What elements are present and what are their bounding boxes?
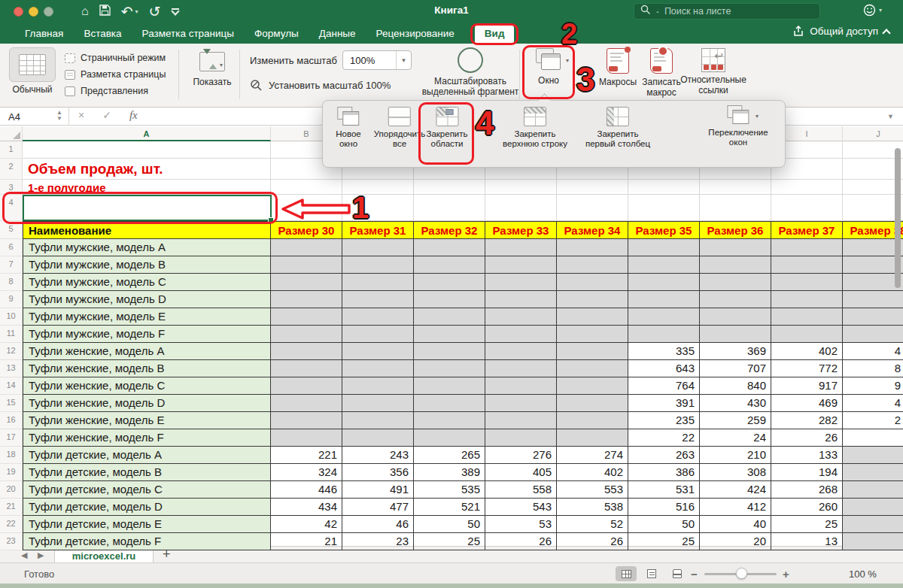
cell-value[interactable] (485, 429, 557, 447)
zoom-combobox[interactable]: 100% ▼ (342, 50, 412, 70)
cell-empty[interactable] (628, 180, 700, 195)
page-break-toggle[interactable] (667, 566, 688, 581)
cell-value[interactable] (414, 412, 485, 429)
cell-value[interactable] (271, 377, 342, 395)
row-header-21[interactable]: 21 (0, 499, 23, 516)
cell-value[interactable] (700, 256, 771, 274)
cell-value[interactable]: 9 (843, 377, 903, 395)
cell-value[interactable]: 840 (700, 377, 771, 395)
row-header-17[interactable]: 17 (0, 429, 23, 447)
confirm-entry-icon[interactable]: ✓ (102, 109, 111, 122)
cell-value[interactable] (342, 429, 414, 447)
cell-value[interactable]: 477 (342, 499, 414, 516)
insert-function-icon[interactable]: fx (129, 109, 138, 122)
cell-empty[interactable] (843, 195, 903, 221)
cell-value[interactable] (271, 274, 342, 291)
selected-cell-a4[interactable] (23, 195, 272, 221)
cell-value[interactable] (271, 429, 342, 447)
cell-value[interactable]: 26 (557, 533, 628, 550)
cell-value[interactable] (485, 291, 557, 308)
cell-value[interactable]: 24 (700, 429, 771, 447)
select-all-corner[interactable] (0, 126, 23, 141)
tab-вставка[interactable]: Вставка (84, 28, 121, 39)
cell-value[interactable] (843, 239, 903, 256)
cell-value[interactable] (628, 308, 700, 326)
cell-value[interactable] (485, 395, 557, 412)
cell-product-name[interactable]: Туфли женские, модель F (23, 429, 271, 447)
cell-product-name[interactable]: Туфли женские, модель A (23, 343, 271, 360)
cell-value[interactable] (485, 343, 557, 360)
cell-value[interactable] (342, 360, 414, 377)
cell-value[interactable] (414, 360, 485, 377)
cell-value[interactable]: 424 (700, 481, 771, 499)
cell-product-name[interactable]: Туфли детские, модель A (23, 447, 271, 464)
cell-value[interactable] (557, 395, 628, 412)
cell-empty[interactable] (771, 180, 843, 195)
cell-value[interactable] (628, 239, 700, 256)
cell-value[interactable]: 356 (342, 464, 414, 481)
cell-product-name[interactable]: Туфли мужские, модель B (23, 256, 271, 274)
cell-value[interactable]: 412 (700, 499, 771, 516)
cell-value[interactable] (414, 326, 485, 343)
cell-value[interactable]: 772 (771, 360, 843, 377)
cell-empty[interactable] (23, 141, 271, 159)
cell-value[interactable] (843, 447, 903, 464)
cell-value[interactable]: 25 (414, 533, 485, 550)
cell-empty[interactable] (485, 195, 557, 221)
cell-value[interactable]: 20 (700, 533, 771, 550)
cell-product-name[interactable]: Туфли женские, модель E (23, 412, 271, 429)
tab-разметка-страницы[interactable]: Разметка страницы (142, 28, 234, 39)
row-header-13[interactable]: 13 (0, 360, 23, 377)
cell-product-name[interactable]: Туфли мужские, модель D (23, 291, 271, 308)
search-scope-caret-icon[interactable]: ⌄ (655, 8, 660, 14)
cell-value[interactable]: 25 (628, 533, 700, 550)
cell-empty[interactable] (485, 180, 557, 195)
cell-value[interactable]: 369 (700, 343, 771, 360)
show-button[interactable]: ▾ Показать (185, 49, 239, 88)
cell-value[interactable] (700, 274, 771, 291)
row-header-1[interactable]: 1 (0, 141, 23, 159)
cell-value[interactable]: 133 (771, 447, 843, 464)
cell-product-name[interactable]: Туфли детские, модель D (23, 499, 271, 516)
cell-value[interactable] (485, 326, 557, 343)
cell-size-header[interactable]: Размер 33 (485, 221, 557, 239)
expand-formula-bar-icon[interactable]: ▼ (887, 113, 894, 120)
cell-value[interactable]: 50 (628, 516, 700, 533)
row-header-9[interactable]: 9 (0, 291, 23, 308)
cell-size-header[interactable]: Размер 37 (771, 221, 843, 239)
cell-product-name[interactable]: Туфли детские, модель C (23, 481, 271, 499)
tab-формулы[interactable]: Формулы (254, 28, 299, 39)
vertical-scrollbar-thumb[interactable] (895, 148, 901, 288)
cell-value[interactable] (843, 464, 903, 481)
cell-size-header[interactable]: Размер 30 (271, 221, 342, 239)
cell-value[interactable]: 265 (414, 447, 485, 464)
cell-value[interactable]: 243 (342, 447, 414, 464)
name-box-stepper[interactable]: ▲▼ (56, 110, 62, 122)
cell-value[interactable]: 259 (700, 412, 771, 429)
tab-label[interactable]: Вид (475, 24, 515, 44)
page-layout-button[interactable]: Разметка страницы (65, 66, 166, 83)
cell-value[interactable] (414, 395, 485, 412)
cell-size-header[interactable]: Размер 36 (700, 221, 771, 239)
cell-size-header[interactable]: Размер 34 (557, 221, 628, 239)
freeze-first-column-menu-item[interactable]: Закрепитьпервый столбец (585, 107, 650, 149)
cell-value[interactable] (342, 239, 414, 256)
cell-value[interactable] (342, 377, 414, 395)
cell-product-name[interactable]: Туфли женские, модель C (23, 377, 271, 395)
cell-value[interactable] (843, 499, 903, 516)
cell-value[interactable] (271, 343, 342, 360)
cell-empty[interactable] (271, 180, 342, 195)
cell-value[interactable]: 446 (271, 481, 342, 499)
cell-value[interactable] (342, 308, 414, 326)
row-header-5[interactable]: 5 (0, 221, 23, 239)
zoom-slider-thumb[interactable] (736, 568, 747, 579)
row-header-2[interactable]: 2 (0, 159, 23, 180)
cell-value[interactable]: 535 (414, 481, 485, 499)
cell-value[interactable] (342, 256, 414, 274)
cell-value[interactable]: 405 (485, 464, 557, 481)
row-header-15[interactable]: 15 (0, 395, 23, 412)
cell-value[interactable]: 8 (843, 360, 903, 377)
cell-value[interactable] (771, 291, 843, 308)
column-header-J[interactable]: J (843, 126, 903, 141)
fill-handle[interactable] (268, 217, 274, 223)
